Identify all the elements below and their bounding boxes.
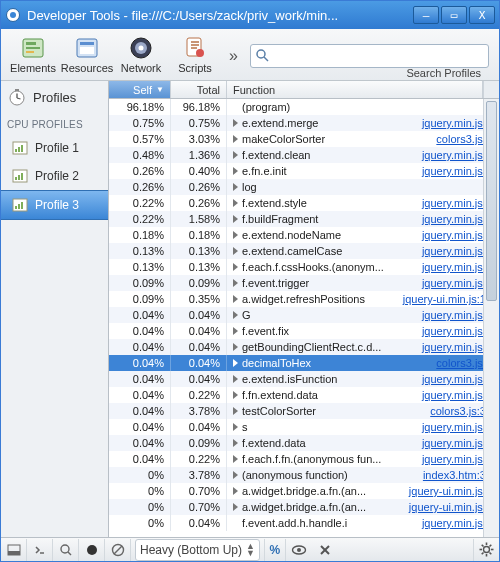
scrollbar-thumb[interactable] <box>486 101 497 301</box>
expand-icon[interactable] <box>233 407 238 415</box>
table-row[interactable]: 0%3.78%(anonymous function)index3.htm:36 <box>109 467 499 483</box>
source-link[interactable]: jquery.min.js:2 <box>422 421 492 433</box>
table-row[interactable]: 0%0.70%a.widget.bridge.a.fn.(an...jquery… <box>109 499 499 515</box>
source-link[interactable]: jquery.min.js:4 <box>422 213 492 225</box>
console-button[interactable] <box>27 539 53 561</box>
sidebar-item-profile[interactable]: Profile 3 <box>1 190 108 220</box>
expand-icon[interactable] <box>233 263 238 271</box>
source-link[interactable]: jquery.min.js:2 <box>422 437 492 449</box>
focus-button[interactable] <box>286 539 312 561</box>
percent-toggle-button[interactable]: % <box>264 539 286 561</box>
table-row[interactable]: 0.04%0.04%Gjquery.min.js:2 <box>109 307 499 323</box>
magnify-button[interactable] <box>53 539 79 561</box>
source-link[interactable]: jquery.min.js:4 <box>422 149 492 161</box>
source-link[interactable]: index3.htm:36 <box>423 469 492 481</box>
expand-icon[interactable] <box>233 439 238 447</box>
source-link[interactable]: jquery.min.js:2 <box>422 229 492 241</box>
expand-icon[interactable] <box>233 327 238 335</box>
expand-icon[interactable] <box>233 247 238 255</box>
source-link[interactable]: jquery.min.js:2 <box>422 373 492 385</box>
exclude-button[interactable] <box>312 539 338 561</box>
expand-icon[interactable] <box>233 375 238 383</box>
source-link[interactable]: jquery-ui.min.js:1 <box>409 501 492 513</box>
source-link[interactable]: jquery.min.js:3 <box>422 277 492 289</box>
expand-icon[interactable] <box>233 167 238 175</box>
source-link[interactable]: jquery.min.js:3 <box>422 517 492 529</box>
source-link[interactable]: jquery-ui.min.js:1 <box>409 485 492 497</box>
expand-icon[interactable] <box>233 343 238 351</box>
table-row[interactable]: 0.09%0.35%a.widget.refreshPositionsjquer… <box>109 291 499 307</box>
expand-icon[interactable] <box>233 119 238 127</box>
tab-network[interactable]: Network <box>115 31 167 75</box>
sidebar-item-profile[interactable]: Profile 1 <box>1 134 108 162</box>
record-button[interactable] <box>79 539 105 561</box>
table-row[interactable]: 0.04%0.04%e.extend.isFunctionjquery.min.… <box>109 371 499 387</box>
expand-icon[interactable] <box>233 231 238 239</box>
expand-icon[interactable] <box>233 359 238 367</box>
source-link[interactable]: jquery.min.js:2 <box>422 309 492 321</box>
table-row[interactable]: 0.22%0.26%f.extend.stylejquery.min.js:4 <box>109 195 499 211</box>
sidebar-item-profile[interactable]: Profile 2 <box>1 162 108 190</box>
table-row[interactable]: 0.04%0.04%sjquery.min.js:2 <box>109 419 499 435</box>
view-mode-select[interactable]: Heavy (Bottom Up) ▲▼ <box>135 539 260 561</box>
expand-icon[interactable] <box>233 183 238 191</box>
source-link[interactable]: jquery-ui.min.js:11 <box>403 293 492 305</box>
col-self[interactable]: Self▼ <box>109 81 171 98</box>
source-link[interactable]: jquery.min.js:4 <box>422 453 492 465</box>
tab-elements[interactable]: Elements <box>7 31 59 75</box>
source-link[interactable]: jquery.min.js:4 <box>422 341 492 353</box>
expand-icon[interactable] <box>233 295 238 303</box>
table-row[interactable]: 0.57%3.03%makeColorSortercolors3.js:6 <box>109 131 499 147</box>
table-row[interactable]: 0.04%0.04%f.event.fixjquery.min.js:3 <box>109 323 499 339</box>
expand-icon[interactable] <box>233 151 238 159</box>
expand-icon[interactable] <box>233 471 238 479</box>
expand-icon[interactable] <box>233 503 238 511</box>
table-row[interactable]: 96.18%96.18%(program) <box>109 99 499 115</box>
expand-icon[interactable] <box>233 487 238 495</box>
source-link[interactable]: jquery.min.js:3 <box>422 325 492 337</box>
table-row[interactable]: 0.26%0.40%e.fn.e.initjquery.min.js:2 <box>109 163 499 179</box>
dock-side-button[interactable] <box>1 539 27 561</box>
window-minimize-button[interactable]: — <box>413 6 439 24</box>
col-function[interactable]: Function <box>227 81 483 98</box>
table-row[interactable]: 0.04%0.04%decimalToHexcolors3.js:1 <box>109 355 499 371</box>
settings-button[interactable] <box>473 539 499 561</box>
vertical-scrollbar[interactable] <box>483 99 499 537</box>
source-link[interactable]: jquery.min.js:4 <box>422 261 492 273</box>
source-link[interactable]: jquery.min.js:4 <box>422 197 492 209</box>
source-link[interactable]: jquery.min.js:2 <box>422 389 492 401</box>
source-link[interactable]: jquery.min.js:2 <box>422 245 492 257</box>
table-row[interactable]: 0.04%0.22%f.each.f.fn.(anonymous fun...j… <box>109 451 499 467</box>
tab-resources[interactable]: Resources <box>61 31 113 75</box>
table-row[interactable]: 0%0.70%a.widget.bridge.a.fn.(an...jquery… <box>109 483 499 499</box>
table-row[interactable]: 0.13%0.13%e.extend.camelCasejquery.min.j… <box>109 243 499 259</box>
table-row[interactable]: 0.48%1.36%f.extend.cleanjquery.min.js:4 <box>109 147 499 163</box>
table-row[interactable]: 0%0.04%f.event.add.h.handle.ijquery.min.… <box>109 515 499 531</box>
expand-icon[interactable] <box>233 455 238 463</box>
tab-scripts[interactable]: Scripts <box>169 31 221 75</box>
table-row[interactable]: 0.04%0.22%f.fn.extend.datajquery.min.js:… <box>109 387 499 403</box>
expand-icon[interactable] <box>233 135 238 143</box>
table-row[interactable]: 0.04%0.04%getBoundingClientRect.c.d...jq… <box>109 339 499 355</box>
expand-icon[interactable] <box>233 391 238 399</box>
expand-icon[interactable] <box>233 423 238 431</box>
sidebar-profiles-header[interactable]: Profiles <box>1 81 108 113</box>
window-maximize-button[interactable]: ▭ <box>441 6 467 24</box>
search-input[interactable] <box>250 44 489 68</box>
expand-icon[interactable] <box>233 311 238 319</box>
source-link[interactable]: jquery.min.js:2 <box>422 165 492 177</box>
expand-icon[interactable] <box>233 215 238 223</box>
table-row[interactable]: 0.75%0.75%e.extend.mergejquery.min.js:2 <box>109 115 499 131</box>
col-total[interactable]: Total <box>171 81 227 98</box>
table-row[interactable]: 0.04%3.78%testColorSortercolors3.js:32 <box>109 403 499 419</box>
expand-icon[interactable] <box>233 279 238 287</box>
table-row[interactable]: 0.04%0.09%f.extend.datajquery.min.js:2 <box>109 435 499 451</box>
expand-icon[interactable] <box>233 199 238 207</box>
table-row[interactable]: 0.13%0.13%f.each.f.cssHooks.(anonym...jq… <box>109 259 499 275</box>
source-link[interactable]: jquery.min.js:2 <box>422 117 492 129</box>
window-close-button[interactable]: X <box>469 6 495 24</box>
clear-button[interactable] <box>105 539 131 561</box>
table-row[interactable]: 0.22%1.58%f.buildFragmentjquery.min.js:4 <box>109 211 499 227</box>
table-row[interactable]: 0.09%0.09%f.event.triggerjquery.min.js:3 <box>109 275 499 291</box>
table-row[interactable]: 0.18%0.18%e.extend.nodeNamejquery.min.js… <box>109 227 499 243</box>
